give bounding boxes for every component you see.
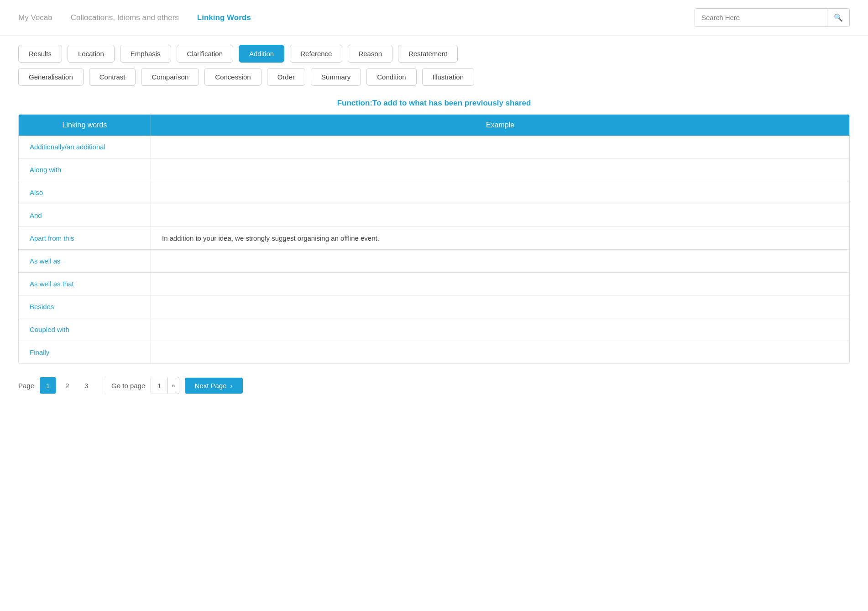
header: My Vocab Collocations, Idioms and others…	[0, 0, 868, 36]
linking-word-cell-7[interactable]: Besides	[19, 295, 151, 318]
col-linking-words-header: Linking words	[19, 115, 151, 136]
search-box: 🔍	[695, 8, 850, 27]
example-cell-4: In addition to your idea, we strongly su…	[151, 227, 849, 249]
search-button[interactable]: 🔍	[827, 9, 849, 26]
table-row: Apart from this In addition to your idea…	[19, 227, 849, 250]
example-cell-7	[151, 295, 849, 318]
next-page-icon: ›	[230, 382, 233, 390]
linking-word-cell-0[interactable]: Additionally/an additional	[19, 136, 151, 158]
example-cell-9	[151, 341, 849, 363]
linking-words-table: Linking words Example Additionally/an ad…	[18, 114, 850, 364]
nav-linking-words[interactable]: Linking Words	[197, 13, 251, 22]
linking-word-cell-9[interactable]: Finally	[19, 341, 151, 363]
cat-btn-concession[interactable]: Concession	[204, 68, 261, 86]
cat-btn-clarification[interactable]: Clarification	[177, 45, 233, 63]
page-label: Page	[18, 382, 34, 390]
table-row: Additionally/an additional	[19, 136, 849, 158]
cat-btn-illustration[interactable]: Illustration	[422, 68, 474, 86]
example-cell-1	[151, 158, 849, 181]
cat-btn-restatement[interactable]: Restatement	[398, 45, 458, 63]
page-divider	[103, 377, 103, 394]
next-page-button[interactable]: Next Page ›	[185, 378, 243, 394]
cat-btn-results[interactable]: Results	[18, 45, 62, 63]
search-input[interactable]	[695, 9, 827, 26]
table-body: Additionally/an additional Along with Al…	[19, 136, 849, 363]
table-row: Besides	[19, 295, 849, 318]
linking-word-cell-3[interactable]: And	[19, 204, 151, 226]
linking-word-cell-6[interactable]: As well as that	[19, 273, 151, 295]
table-row: Also	[19, 181, 849, 204]
cat-btn-emphasis[interactable]: Emphasis	[120, 45, 171, 63]
example-cell-5	[151, 250, 849, 272]
cat-btn-reason[interactable]: Reason	[348, 45, 392, 63]
nav-collocations[interactable]: Collocations, Idioms and others	[71, 13, 179, 22]
goto-arrows[interactable]: »	[167, 377, 178, 394]
cat-btn-condition[interactable]: Condition	[366, 68, 416, 86]
categories-container: ResultsLocationEmphasisClarificationAddi…	[0, 36, 868, 90]
table-row: Along with	[19, 158, 849, 181]
linking-word-cell-5[interactable]: As well as	[19, 250, 151, 272]
example-cell-2	[151, 181, 849, 204]
cat-btn-order[interactable]: Order	[267, 68, 305, 86]
linking-word-cell-4[interactable]: Apart from this	[19, 227, 151, 249]
cat-btn-addition[interactable]: Addition	[239, 45, 284, 63]
table-row: As well as that	[19, 273, 849, 295]
page-num-1[interactable]: 1	[40, 377, 56, 394]
table-row: Finally	[19, 341, 849, 363]
goto-input[interactable]: 1	[151, 377, 167, 394]
linking-word-cell-8[interactable]: Coupled with	[19, 318, 151, 341]
goto-input-wrap: 1 »	[151, 377, 179, 394]
next-page-label: Next Page	[195, 382, 227, 390]
table-header: Linking words Example	[19, 115, 849, 136]
page-num-2[interactable]: 2	[59, 377, 75, 394]
category-row-1: ResultsLocationEmphasisClarificationAddi…	[18, 45, 850, 63]
cat-btn-summary[interactable]: Summary	[311, 68, 361, 86]
table-row: Coupled with	[19, 318, 849, 341]
table-row: As well as	[19, 250, 849, 273]
category-row-2: GeneralisationContrastComparisonConcessi…	[18, 68, 850, 86]
example-cell-8	[151, 318, 849, 341]
cat-btn-contrast[interactable]: Contrast	[89, 68, 136, 86]
table-row: And	[19, 204, 849, 227]
pagination: Page 123 Go to page 1 » Next Page ›	[0, 364, 868, 407]
cat-btn-reference[interactable]: Reference	[290, 45, 342, 63]
cat-btn-comparison[interactable]: Comparison	[141, 68, 199, 86]
page-num-3[interactable]: 3	[78, 377, 94, 394]
goto-label: Go to page	[111, 382, 145, 390]
linking-word-cell-2[interactable]: Also	[19, 181, 151, 204]
cat-btn-location[interactable]: Location	[68, 45, 115, 63]
example-cell-3	[151, 204, 849, 226]
nav-my-vocab[interactable]: My Vocab	[18, 13, 52, 22]
col-example-header: Example	[151, 115, 849, 136]
linking-word-cell-1[interactable]: Along with	[19, 158, 151, 181]
function-label: Function:To add to what has been previou…	[0, 90, 868, 114]
cat-btn-generalisation[interactable]: Generalisation	[18, 68, 84, 86]
example-cell-0	[151, 136, 849, 158]
example-cell-6	[151, 273, 849, 295]
page-numbers: 123	[40, 377, 94, 394]
